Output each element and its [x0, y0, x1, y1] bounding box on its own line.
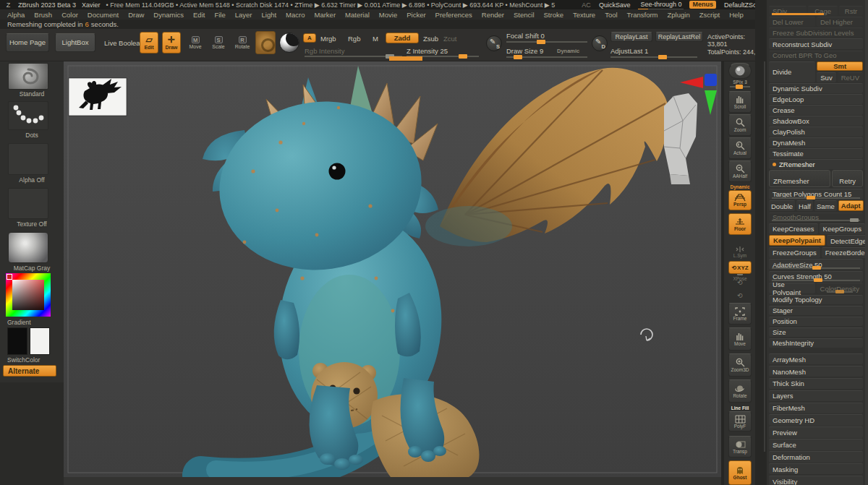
section-nanomesh[interactable]: NanoMesh	[769, 366, 863, 377]
menu-texture[interactable]: Texture	[573, 11, 595, 19]
menu-stencil[interactable]: Stencil	[514, 11, 535, 19]
color-density-slider[interactable]: ColorDensity	[817, 283, 863, 293]
rotate-xyz-button[interactable]: ⟲XYZ	[728, 261, 752, 274]
smoothgroups-slider[interactable]: SmoothGroups	[769, 213, 863, 223]
smt-toggle[interactable]: Smt	[817, 61, 863, 72]
zremesher-button[interactable]: ZRemesher	[769, 170, 830, 187]
sdiv-slider[interactable]: SDiv	[769, 6, 807, 16]
move-nav-button[interactable]: Move	[728, 327, 752, 351]
ghost-button[interactable]: Ghost	[728, 460, 752, 485]
menu-zplugin[interactable]: Zplugin	[668, 11, 690, 19]
current-brush-thumbnail[interactable]	[255, 31, 276, 54]
sculpt-viewport[interactable]	[64, 61, 721, 477]
spix-slider-label[interactable]: SPix 3	[724, 80, 756, 85]
draw-size-track[interactable]	[506, 56, 587, 58]
section-crease[interactable]: Crease	[769, 105, 863, 115]
menu-picker[interactable]: Picker	[407, 11, 425, 19]
menu-edit[interactable]: Edit	[193, 11, 205, 19]
rstr-button[interactable]: Rstr	[839, 6, 863, 16]
zoom-button[interactable]: Zoom	[728, 114, 752, 136]
section-preview[interactable]: Preview	[769, 426, 863, 437]
section-claypolish[interactable]: ClayPolish	[769, 126, 863, 137]
live-boolean-button[interactable]: Live Boolean	[104, 39, 144, 47]
section-fibermesh[interactable]: FiberMesh	[769, 403, 863, 413]
gradient-label[interactable]: Gradient	[0, 319, 64, 326]
zcut-toggle[interactable]: Zcut	[443, 35, 456, 43]
zsub-toggle[interactable]: Zsub	[423, 35, 438, 43]
section-layers[interactable]: Layers	[769, 390, 863, 401]
dynamic-draw-size-toggle[interactable]: Dynamic	[557, 48, 579, 54]
use-polypaint-toggle[interactable]: Use Polypaint	[769, 283, 815, 293]
reconstruct-subdiv-button[interactable]: Reconstruct Subdiv	[769, 38, 863, 49]
menu-dynamics[interactable]: Dynamics	[153, 11, 184, 19]
menu-file[interactable]: File	[214, 11, 225, 19]
section-deformation[interactable]: Deformation	[769, 451, 863, 462]
edit-button[interactable]: ▱ Edit	[140, 32, 158, 53]
section-arraymesh[interactable]: ArrayMesh	[769, 353, 863, 364]
del-higher-button[interactable]: Del Higher	[817, 17, 863, 27]
adjust-last-track[interactable]	[610, 56, 697, 58]
curves-strength-slider[interactable]: Curves Strength 50	[769, 271, 863, 282]
section-meshintegrity[interactable]: MeshIntegrity	[769, 338, 863, 348]
menu-draw[interactable]: Draw	[128, 11, 144, 19]
frame-button[interactable]: Frame	[728, 303, 752, 325]
rgb-intensity-track[interactable]	[305, 56, 402, 57]
mrgb-toggle[interactable]: Mrgb	[320, 35, 336, 43]
bpr-render-button[interactable]	[728, 63, 752, 79]
menu-transform[interactable]: Transform	[627, 11, 658, 19]
suv-toggle[interactable]: Suv	[817, 72, 835, 82]
rotate-button[interactable]: R Rotate	[233, 32, 252, 53]
move-button[interactable]: M Move	[186, 32, 205, 53]
section-visibility[interactable]: Visibility	[769, 476, 863, 485]
menu-preferences[interactable]: Preferences	[435, 11, 472, 19]
switchcolor-button[interactable]: SwitchColor	[0, 356, 64, 364]
panel-scrollbar[interactable]	[865, 0, 868, 485]
quicksave-button[interactable]: QuickSave	[597, 1, 633, 9]
section-stager[interactable]: Stager	[769, 306, 863, 316]
rgb-toggle[interactable]: Rgb	[348, 35, 360, 43]
home-page-button[interactable]: Home Page	[6, 33, 49, 52]
freeze-border-toggle[interactable]: FreezeBorder	[822, 247, 868, 258]
current-material-sphere[interactable]	[279, 33, 299, 53]
retry-button[interactable]: Retry	[832, 170, 863, 187]
section-dynamic-subdiv[interactable]: Dynamic Subdiv	[769, 83, 863, 93]
scale-button[interactable]: S Scale	[209, 32, 228, 53]
menu-stroke[interactable]: Stroke	[544, 11, 563, 19]
half-button[interactable]: Half	[796, 200, 813, 211]
menu-marker[interactable]: Marker	[315, 11, 336, 19]
transparency-button[interactable]: Transp	[728, 436, 752, 458]
divide-button[interactable]: Divide	[769, 61, 815, 82]
brush-standard-thumbnail[interactable]	[8, 63, 48, 90]
freeze-groups-toggle[interactable]: FreezeGroups	[769, 247, 820, 258]
zoom3d-button[interactable]: Zoom3D	[728, 353, 752, 377]
section-geometry-hd[interactable]: Geometry HD	[769, 414, 863, 425]
scroll-button[interactable]: Scroll	[728, 91, 752, 113]
aahalf-button[interactable]: AAHalf	[728, 160, 752, 182]
draw-button[interactable]: ✛ Draw	[162, 32, 181, 53]
sculptris-pro-toggle[interactable]: ✎ S	[486, 35, 502, 51]
convert-bpr-button[interactable]: Convert BPR To Geo	[769, 51, 863, 61]
adaptive-size-slider[interactable]: AdaptiveSize 50	[769, 259, 863, 270]
color-picker-saturation[interactable]	[12, 280, 44, 310]
replay-last-button[interactable]: ReplayLast	[610, 32, 652, 42]
rotate-nav-button[interactable]: Rotate	[728, 379, 752, 403]
see-through-slider[interactable]: See-through 0	[638, 1, 684, 9]
m-toggle[interactable]: M	[373, 35, 378, 43]
replay-d-toggle[interactable]: ✎ D	[592, 35, 608, 51]
keep-polypaint-toggle[interactable]: KeepPolypaint	[769, 235, 825, 246]
zadd-toggle[interactable]: Zadd	[386, 33, 419, 43]
section-modify-topology[interactable]: Modify Topology	[769, 295, 863, 305]
del-lower-button[interactable]: Del Lower	[769, 17, 815, 27]
keep-groups-toggle[interactable]: KeepGroups	[820, 223, 865, 234]
menu-zscript[interactable]: Zscript	[699, 11, 720, 19]
menu-macro[interactable]: Macro	[286, 11, 305, 19]
target-polygons-slider[interactable]: Target Polygons Count 15	[769, 189, 863, 199]
keep-creases-toggle[interactable]: KeepCreases	[769, 223, 818, 234]
adapt-button[interactable]: Adapt	[838, 200, 864, 211]
menu-tool[interactable]: Tool	[605, 11, 617, 19]
same-button[interactable]: Same	[814, 200, 837, 211]
lightbox-button[interactable]: LightBox	[55, 33, 95, 52]
floor-button[interactable]: Floor	[728, 213, 752, 235]
rgb-intensity-slider[interactable]: Rgb Intensity	[305, 47, 344, 55]
section-dynamesh[interactable]: DynaMesh	[769, 137, 863, 147]
